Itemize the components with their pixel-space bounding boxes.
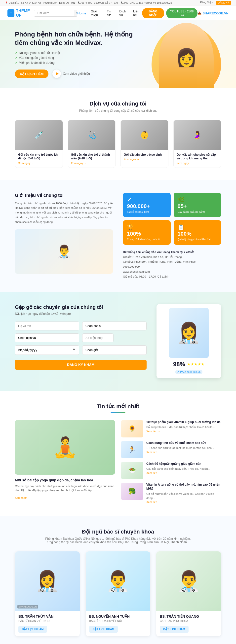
booking-doctor-card: 👩‍⚕️ 98% ★★★★★ ✓ Phần mềm liên ớp (156, 304, 221, 378)
doctors-section: Đội ngũ bác sĩ chuyên khoa Phòng khám Đa… (0, 516, 236, 644)
hero-section: Phòng bệnh hơn chữa bệnh. Hệ thống tiêm … (0, 20, 236, 88)
booking-subtitle: Đặt lịch hẹn ngay để nhận tư vấn viên pr… (15, 312, 147, 316)
register-appointment-button[interactable]: ĐĂNG KÝ KHÁM (15, 360, 147, 370)
doctor-name-1: BS. TRẦN THÚY VÂN (18, 614, 76, 618)
clinic-phone: 0999.999.999 (123, 265, 140, 268)
video-label: Xem video giới thiệu (63, 72, 90, 76)
hero-points: Đội ngũ y bác sĩ đến từ Hà Nội Vắc xin n… (15, 51, 134, 64)
news-item-img-2: 🏃 (121, 441, 143, 458)
featured-doctor-card: 👩‍⚕️ 98% ★★★★★ ✓ Phần mềm liên ớp (156, 304, 221, 378)
register-button[interactable]: ĐẶT LỊCH TIÊM (15, 70, 49, 78)
search-button[interactable]: 🔍 (74, 10, 77, 16)
hero-person-placeholder: 👩 (159, 23, 214, 88)
news-link-1[interactable]: Xem tiếp → (146, 430, 161, 433)
arrow-icon-1: → (31, 162, 34, 164)
nav-news[interactable]: Tin tức (107, 10, 115, 17)
news-section: Tin tức mới nhất 🧘 Một số bài tập yoga g… (0, 391, 236, 516)
nav-about[interactable]: Giới thiệu (91, 10, 102, 17)
news-emoji-4: 🥦 (128, 488, 136, 495)
doctor-emoji-2: 👨‍⚕️ (106, 570, 130, 593)
header: T THEME UP 🔍 Home Giới thiệu Tin tức Dịc… (0, 6, 236, 20)
arrow-icon-3: → (137, 158, 139, 161)
verified-badge: ✓ Phần mềm liên ớp (175, 370, 202, 374)
name-input[interactable] (15, 322, 79, 330)
search-box[interactable]: 🔍 (34, 10, 77, 17)
top-bar-right: Đăng Nhập ĐĂNG KÝ (200, 1, 231, 5)
service-link-4[interactable]: Xem ngay → (177, 162, 218, 164)
news-link-3[interactable]: Xem tiếp → (146, 472, 161, 474)
video-button[interactable]: Xem video giới thiệu (52, 70, 90, 78)
login-button[interactable]: ĐĂNG NHẬP (142, 8, 164, 18)
about-image: 👨‍⚕️ (15, 229, 113, 274)
time-select[interactable]: Chọn giờ (82, 345, 147, 355)
doctor-book-btn-3[interactable]: ĐẶT LỊCH KHÁM (160, 626, 188, 633)
news-item-title-1: 10 thực phẩm giàu vitamin E giúp nuôi dư… (146, 420, 221, 424)
news-link-2[interactable]: Xem tiếp → (146, 450, 161, 454)
clinic-address2: Cơ sở 2: Phúc Sơn, Thường Trung, Vĩnh Tư… (123, 260, 195, 263)
doctors-emoji: 👨‍⚕️ (56, 244, 72, 259)
play-circle (52, 70, 61, 78)
stat-emoji-4: 📋 (178, 224, 217, 231)
verified-text: Phần mềm liên ớp (180, 371, 200, 374)
stats-grid: ✔ 900,000+ Tất cả các mọi tiêm. 🌿 05+ Đầ… (123, 193, 221, 245)
phone2-text: 📞 HOTLINE 0143.37 68008 Và 193.005.0025 (121, 2, 172, 4)
services-grid: 💉 Gói vắc xin cho trẻ trước khi đi học (… (15, 120, 221, 168)
service-name-3: Gói vắc xin cho trẻ sơ sinh (124, 153, 165, 157)
phone-input[interactable] (82, 334, 114, 342)
nav-services[interactable]: Dịch vụ (119, 10, 128, 17)
doctor-book-btn-2[interactable]: ĐẶT LỊCH KHÁM (89, 626, 118, 633)
service-info-1: Gói vắc xin cho trẻ trước khi đi học (6-… (15, 150, 63, 168)
stat-label-2: Đầy đủ độ tuổi, độ tưởng (178, 210, 217, 213)
news-main-desc: Các bài tập này dành cho những ai muốn c… (15, 484, 115, 493)
stat-emoji-2: 🌿 (178, 197, 217, 203)
news-item-title-3: Cách để hệ quản quảng giúp giảm cân (146, 462, 221, 466)
hero-actions: ĐẶT LỊCH TIÊM Xem video giới thiệu (15, 70, 134, 78)
doctor-title-3: CK 1 SĂN PHỤI KHOA (160, 620, 218, 623)
doctor-rating: 98% ★★★★★ (160, 361, 217, 368)
about-title: Giới thiệu về chúng tôi (15, 193, 113, 198)
play-icon (56, 72, 59, 76)
logo-text: THEME UP (16, 9, 34, 18)
service-link-1[interactable]: Xem ngay → (18, 162, 60, 164)
watermark-1: SHARECODE.VN (17, 605, 38, 608)
service-info-2: Gói vắc xin cho trẻ vị thành niên (9-18 … (68, 150, 116, 168)
header-buttons: ĐĂNG NHẬP YOUTUBE · 2808 BO (142, 8, 198, 18)
doctor-select[interactable]: Chọn bác sĩ (82, 322, 147, 330)
nav-contact[interactable]: Liên hệ (133, 10, 142, 17)
hero-point-1: Đội ngũ y bác sĩ đến từ Hà Nội (15, 51, 134, 54)
logo-icon: T (8, 9, 15, 17)
news-link-4[interactable]: Xem tiếp → (146, 500, 161, 504)
news-content-4: Vitamin A tự y uống có thể gây mờ, làm s… (146, 483, 221, 504)
news-main-image: 🧘 (15, 420, 115, 475)
services-title: Dịch vụ của chúng tôi (15, 100, 221, 107)
nav-home[interactable]: Home (77, 12, 86, 15)
stat-label-3: Chúng tôi kiếm chứng quốc tế (127, 238, 167, 241)
form-row-3: Chọn giờ (15, 345, 147, 355)
about-text: Trung tâm tiêm chủng vắc xin số 1000 đượ… (15, 201, 113, 224)
search-input[interactable] (34, 10, 74, 16)
doctor-book-btn-1[interactable]: ĐẶT LỊCH KHÁM (18, 626, 47, 633)
news-item-2: 🏃 Cách dùng tinh dầu về buổi chăm sóc sứ… (121, 441, 221, 458)
check-icon: ✓ (177, 371, 179, 374)
youtube-button[interactable]: YOUTUBE · 2808 BO (166, 8, 197, 18)
top-bar-left: 📍 Địa chỉ 1 - Số KX 24 Kiến An · Phường … (5, 2, 172, 4)
date-input[interactable] (15, 345, 79, 355)
topbar-login[interactable]: Đăng Nhập (200, 1, 213, 5)
booking-section: Gặp gỡ các chuyên gia của chúng tôi Đặt … (0, 292, 236, 391)
doctor-name-2: BS. NGUYỄN ANH TUẤN (89, 614, 147, 618)
service-emoji-3: 👶 (121, 120, 168, 150)
service-img-2: 🩺 (68, 120, 116, 150)
topbar-register[interactable]: ĐĂNG KÝ (216, 1, 231, 5)
doctor-title-1: BÁC SĨ HOÀN VIỆT NGƠ (18, 620, 76, 623)
news-main-link[interactable]: Xem thêm (15, 496, 27, 499)
service-link-3[interactable]: Xem ngay → (124, 158, 165, 161)
service-card-1: 💉 Gói vắc xin cho trẻ trước khi đi học (… (15, 120, 63, 168)
service-info-3: Gói vắc xin cho trẻ sơ sinh Xem ngay → (121, 150, 168, 164)
stat-number-3: 100% (127, 231, 167, 237)
service-name-4: Gói vắc xin cho phụ nữ sắp và trong khi … (177, 153, 218, 161)
service-emoji-4: 🤰 (174, 120, 221, 150)
service-img-1: 💉 (15, 120, 63, 150)
service-select[interactable]: Chọn dịch vụ (15, 334, 79, 342)
service-info-4: Gói vắc xin cho phụ nữ sắp và trong khi … (174, 150, 221, 168)
service-link-2[interactable]: Xem ngay → (71, 162, 113, 164)
